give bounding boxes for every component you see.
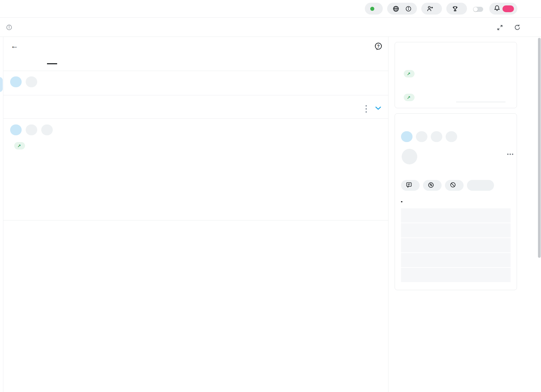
detail-row-started	[401, 223, 511, 237]
statistics-page: ← ? ↗	[0, 0, 541, 392]
chevron-down-icon[interactable]	[375, 105, 381, 111]
message-button[interactable]	[401, 180, 420, 191]
filter-renews-pill[interactable]	[26, 124, 37, 135]
top-bar	[0, 0, 541, 18]
detail-row-previous-subscription	[401, 208, 511, 223]
period-menu-icon[interactable]	[364, 104, 368, 114]
status-dot-icon	[370, 7, 374, 11]
top-fan-tab-messages[interactable]	[446, 131, 457, 142]
subbar-info-icon[interactable]	[6, 24, 12, 32]
up-arrow-icon: ↗	[407, 71, 410, 76]
statistics-tabs	[10, 58, 52, 64]
notifications-count-badge	[502, 5, 514, 12]
earnings-sparkline	[456, 87, 505, 102]
subscribers-change-badge: ↗	[404, 70, 415, 77]
expand-icon[interactable]	[497, 24, 503, 32]
clipped-side-element	[0, 77, 3, 92]
referrals-icon	[427, 5, 433, 12]
top-fan-avatar[interactable]	[402, 149, 417, 164]
referrals-button[interactable]	[421, 3, 442, 15]
restrict-button[interactable]	[445, 180, 464, 191]
trophy-icon	[452, 5, 458, 12]
detail-row-total-duration	[401, 238, 511, 252]
top-fan-tab-tips[interactable]	[431, 131, 442, 142]
top-fans-pill[interactable]	[26, 76, 37, 87]
info-icon[interactable]	[405, 6, 411, 12]
discount-button[interactable]	[423, 180, 442, 191]
top-fan-detail-tabs	[401, 198, 420, 202]
status-pill[interactable]	[365, 3, 383, 15]
discount-icon	[428, 182, 434, 189]
filter-all-pill[interactable]	[10, 124, 22, 135]
top-fan-card	[395, 113, 517, 290]
leaderboard-button[interactable]	[446, 3, 467, 15]
filter-new-subscribers-pill[interactable]	[41, 124, 53, 135]
subscribers-chart[interactable]	[10, 191, 368, 206]
restrict-icon	[450, 182, 456, 189]
subscriptions-pill[interactable]	[10, 76, 22, 87]
more-action-button-clipped[interactable]	[467, 180, 494, 191]
message-icon	[406, 182, 412, 189]
page-scrollbar[interactable]	[538, 38, 541, 258]
help-icon[interactable]: ?	[374, 42, 383, 52]
back-button[interactable]: ←	[10, 42, 18, 50]
detail-row-reason	[401, 268, 511, 282]
top-fan-actions	[401, 180, 517, 191]
bell-icon	[494, 5, 500, 13]
refresh-icon[interactable]	[514, 24, 521, 32]
earnings-change-badge: ↗	[404, 94, 415, 101]
sfw-toggle[interactable]	[473, 7, 483, 12]
svg-text:?: ?	[377, 44, 379, 49]
top-fan-menu-icon[interactable]	[506, 152, 515, 156]
summary-card: ↗ ↗	[395, 42, 517, 108]
subscribers-value: ↗	[401, 70, 415, 77]
timezone-pill[interactable]	[387, 3, 417, 15]
top-fan-tab-subscriptions[interactable]	[416, 131, 427, 142]
series-filter	[10, 124, 53, 135]
notifications-button[interactable]	[489, 3, 517, 15]
detail-row-expired	[401, 253, 511, 267]
top-fan-tab-total[interactable]	[401, 131, 413, 142]
chart-change-badge: ↗	[14, 142, 25, 149]
chart-headline: ↗	[10, 142, 25, 149]
globe-icon	[393, 5, 399, 12]
sfw-control	[471, 6, 485, 12]
fans-view-switch	[10, 76, 37, 87]
earnings-chart[interactable]	[10, 152, 368, 189]
up-arrow-icon: ↗	[407, 95, 410, 100]
top-fan-metric-tabs	[401, 131, 517, 142]
up-arrow-icon: ↗	[17, 143, 21, 148]
earnings-value: ↗	[401, 94, 415, 101]
